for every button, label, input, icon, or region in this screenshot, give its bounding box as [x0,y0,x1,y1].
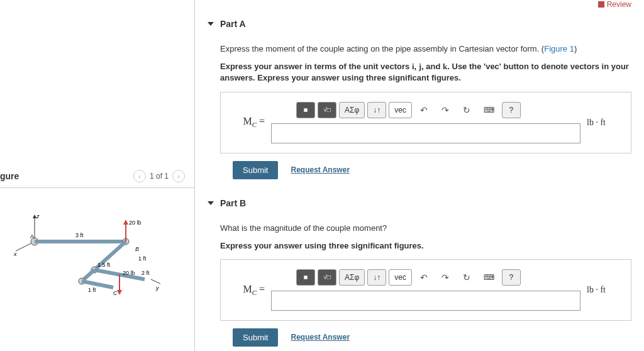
force-20lb-1: 20 lb [129,220,142,226]
dim-1ft-b: 1 ft [138,255,147,262]
part-a-submit-button[interactable]: Submit [233,161,278,179]
part-a-title: Part A [220,19,246,29]
figure-panel: gure ‹ 1 of 1 › z x y A 3 ft [0,0,195,351]
part-b-answer-box: MC = √□ ΑΣφ ↓↑ vec ↶ ↷ ↻ ⌨ ? [220,259,631,321]
greek-button[interactable]: ΑΣφ [339,102,365,118]
undo-button[interactable]: ↶ [414,269,433,286]
figure-next-button[interactable]: › [172,170,185,182]
part-a-toolbar: √□ ΑΣφ ↓↑ vec ↶ ↷ ↻ ⌨ ? [271,102,580,118]
dim-1.5ft: 1.5 ft [97,262,111,268]
axis-x-label: x [13,251,17,257]
collapse-icon[interactable] [208,201,214,205]
part-b-units: lb · ft [587,285,618,295]
svg-line-3 [151,279,160,284]
part-b-var-label: MC = [233,284,265,296]
subscript-button[interactable]: ↓↑ [367,269,386,286]
part-b-toolbar: √□ ΑΣφ ↓↑ vec ↶ ↷ ↻ ⌨ ? [271,269,580,286]
dim-2ft: 2 ft [142,270,150,276]
part-a-var-label: MC = [233,116,265,128]
part-b-request-answer[interactable]: Request Answer [291,333,350,342]
figure-title: gure [0,171,19,181]
svg-line-16 [82,281,113,287]
greek-button[interactable]: ΑΣφ [339,269,365,286]
point-c-label: C [113,290,118,296]
keyboard-button[interactable]: ⌨ [479,102,499,118]
part-b-title: Part B [220,198,246,208]
redo-button[interactable]: ↷ [436,102,455,118]
part-a-answer-box: MC = √□ ΑΣφ ↓↑ vec ↶ ↷ ↻ ⌨ ? [220,92,631,153]
vec-button[interactable]: vec [389,102,412,118]
part-a-prompt1: Express the moment of the couple acting … [220,43,631,55]
dim-3ft: 3 ft [75,232,84,238]
force-20lb-2: 20 lb [123,270,135,276]
part-b-prompt2: Express your answer using three signific… [220,240,631,252]
math-template-button[interactable]: √□ [318,269,336,286]
help-button[interactable]: ? [502,102,521,118]
point-a-label: A [30,233,34,240]
part-b-section: Part B What is the magnitude of the coup… [208,198,631,347]
point-b-label: B [135,246,139,252]
keyboard-button[interactable]: ⌨ [479,269,499,286]
axis-y-label: y [155,285,159,291]
math-template-button[interactable]: √□ [318,102,336,118]
figure-nav: ‹ 1 of 1 › [133,170,185,182]
part-a-request-answer[interactable]: Request Answer [291,165,350,174]
part-b-prompt1: What is the magnitude of the couple mome… [220,223,631,234]
subscript-button[interactable]: ↓↑ [367,102,386,118]
dim-1ft-c: 1 ft [88,287,96,293]
svg-marker-8 [123,220,128,225]
part-a-section: Part A Express the moment of the couple … [208,19,631,179]
undo-button[interactable]: ↶ [414,102,433,118]
reset-button[interactable]: ↻ [457,102,476,118]
part-b-submit-button[interactable]: Submit [233,328,278,347]
figure-link[interactable]: Figure 1 [544,44,574,53]
review-link[interactable]: Review [598,0,631,9]
redo-button[interactable]: ↷ [436,269,455,286]
figure-image: z x y A 3 ft 20 lb B 1 ft 1.5 ft 2 ft [0,207,194,309]
template-button[interactable] [296,269,315,286]
reset-button[interactable]: ↻ [457,269,476,286]
part-a-units: lb · ft [587,118,618,128]
template-button[interactable] [296,102,315,118]
part-b-answer-input[interactable] [271,291,580,311]
part-a-prompt2: Express your answer in terms of the unit… [220,61,631,84]
question-panel: Review Part A Express the moment of the … [195,0,644,351]
vec-button[interactable]: vec [389,269,412,286]
svg-marker-13 [117,290,122,295]
part-a-answer-input[interactable] [271,123,580,143]
pipe-assembly-diagram: z x y A 3 ft 20 lb B 1 ft 1.5 ft 2 ft [13,207,164,308]
help-button[interactable]: ? [502,269,521,286]
figure-prev-button[interactable]: ‹ [133,170,146,182]
axis-z-label: z [36,213,40,220]
figure-nav-text: 1 of 1 [150,172,169,181]
review-icon [598,1,604,8]
collapse-icon[interactable] [208,22,214,26]
